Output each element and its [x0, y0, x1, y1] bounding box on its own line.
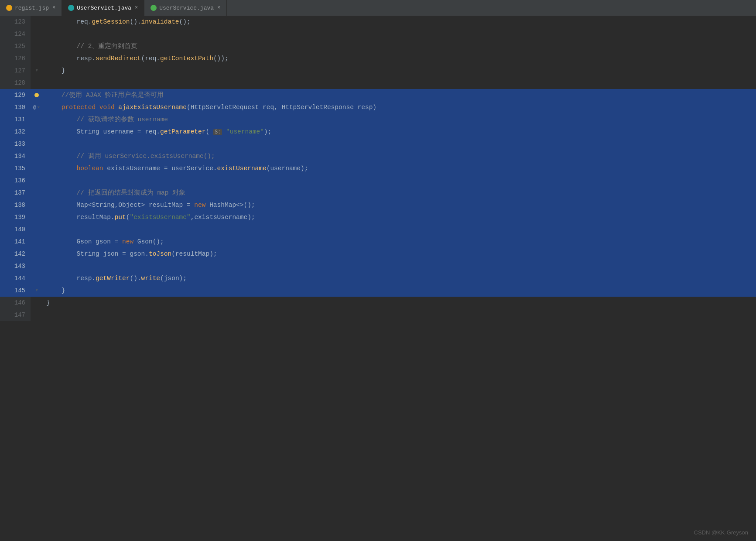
- line-row-selected: 131 // 获取请求的参数 username: [0, 113, 756, 126]
- gutter-icons: ▿: [31, 65, 43, 77]
- line-row-selected: 136: [0, 175, 756, 187]
- line-row-selected: 130 @ ▿ protected void ajaxExistsUsernam…: [0, 101, 756, 113]
- line-row: 124: [0, 28, 756, 40]
- gutter-icons: [31, 199, 43, 211]
- gutter-icons: [31, 28, 43, 40]
- line-code[interactable]: protected void ajaxExistsUsername(HttpSe…: [43, 101, 376, 113]
- line-row-selected: 135 boolean existsUsername = userService…: [0, 162, 756, 175]
- tab-regist[interactable]: regist.jsp ×: [0, 0, 62, 16]
- line-code[interactable]: [43, 309, 46, 321]
- line-code[interactable]: // 调用 userService.existsUsername();: [43, 150, 215, 162]
- line-code[interactable]: }: [43, 65, 65, 77]
- line-row-selected: 132 String username = req.getParameter( …: [0, 126, 756, 138]
- gutter-icons: [31, 236, 43, 248]
- line-code[interactable]: }: [43, 284, 65, 297]
- gutter-icons: [31, 150, 43, 162]
- gutter-icons: [31, 113, 43, 126]
- gutter-icons: [31, 89, 43, 101]
- line-number: 131: [0, 113, 31, 126]
- tab-label-userservice: UserService.java: [159, 5, 214, 11]
- line-code[interactable]: //使用 AJAX 验证用户名是否可用: [43, 89, 164, 101]
- close-icon-regist[interactable]: ×: [52, 5, 55, 11]
- gutter-icons: ▿: [31, 284, 43, 297]
- gutter-icons: [31, 138, 43, 150]
- line-row: 127 ▿ }: [0, 65, 756, 77]
- line-number: 145: [0, 284, 31, 297]
- line-number: 125: [0, 40, 31, 52]
- line-code[interactable]: }: [43, 297, 50, 309]
- line-row-selected: 138 Map<String,Object> resultMap = new H…: [0, 199, 756, 211]
- line-code[interactable]: req.getSession().invalidate();: [43, 16, 191, 28]
- editor-container: regist.jsp × UserServlet.java × UserServ…: [0, 0, 756, 541]
- line-code[interactable]: String username = req.getParameter( S: "…: [43, 126, 271, 138]
- line-code[interactable]: resultMap.put("existsUsername",existsUse…: [43, 211, 255, 223]
- line-number: 144: [0, 272, 31, 284]
- tab-bar: regist.jsp × UserServlet.java × UserServ…: [0, 0, 756, 16]
- line-row-selected: 140: [0, 223, 756, 236]
- line-code[interactable]: Map<String,Object> resultMap = new HashM…: [43, 199, 255, 211]
- tab-userservice[interactable]: UserService.java ×: [144, 0, 227, 16]
- line-row-selected: 142 String json = gson.toJson(resultMap)…: [0, 248, 756, 260]
- line-code[interactable]: [43, 138, 46, 150]
- line-number: 123: [0, 16, 31, 28]
- gutter-icons: [31, 248, 43, 260]
- line-number: 147: [0, 309, 31, 321]
- line-code[interactable]: // 2、重定向到首页: [43, 40, 137, 52]
- gutter-icons: [31, 175, 43, 187]
- line-row-selected: 144 resp.getWriter().write(json);: [0, 272, 756, 284]
- line-number: 135: [0, 162, 31, 175]
- line-row-selected: 129 //使用 AJAX 验证用户名是否可用: [0, 89, 756, 101]
- line-code[interactable]: [43, 223, 46, 236]
- fold-icon[interactable]: ▿: [35, 68, 38, 73]
- at-icon: @: [33, 105, 36, 110]
- line-row: 126 resp.sendRedirect(req.getContextPath…: [0, 52, 756, 65]
- line-number: 138: [0, 199, 31, 211]
- gutter-icons: [31, 272, 43, 284]
- gutter-icons: [31, 211, 43, 223]
- line-number: 128: [0, 77, 31, 89]
- code-area: 123 req.getSession().invalidate(); 124 1…: [0, 16, 756, 541]
- line-code[interactable]: resp.sendRedirect(req.getContextPath());: [43, 52, 229, 65]
- line-row: 147: [0, 309, 756, 321]
- line-number: 141: [0, 236, 31, 248]
- line-number: 134: [0, 150, 31, 162]
- line-code[interactable]: [43, 77, 46, 89]
- tab-userservlet[interactable]: UserServlet.java ×: [62, 0, 144, 16]
- line-number: 136: [0, 175, 31, 187]
- line-number: 132: [0, 126, 31, 138]
- line-code[interactable]: boolean existsUsername = userService.exi…: [43, 162, 308, 175]
- line-number: 129: [0, 89, 31, 101]
- line-number: 142: [0, 248, 31, 260]
- fold-icon[interactable]: ▿: [35, 288, 38, 293]
- gutter-icons: [31, 187, 43, 199]
- line-row: 123 req.getSession().invalidate();: [0, 16, 756, 28]
- line-code[interactable]: [43, 260, 46, 272]
- watermark: CSDN @KK-Greyson: [694, 529, 748, 536]
- line-number: 127: [0, 65, 31, 77]
- bookmark-icon: [34, 93, 39, 97]
- line-code[interactable]: // 获取请求的参数 username: [43, 113, 168, 126]
- close-icon-userservice[interactable]: ×: [217, 5, 220, 11]
- gutter-icons: [31, 40, 43, 52]
- line-code[interactable]: [43, 175, 46, 187]
- line-code[interactable]: // 把返回的结果封装成为 map 对象: [43, 187, 185, 199]
- line-number: 126: [0, 52, 31, 65]
- line-row-selected: 134 // 调用 userService.existsUsername();: [0, 150, 756, 162]
- line-row-selected: 141 Gson gson = new Gson();: [0, 236, 756, 248]
- gutter-icons: [31, 52, 43, 65]
- line-number: 137: [0, 187, 31, 199]
- line-number: 143: [0, 260, 31, 272]
- line-number: 139: [0, 211, 31, 223]
- line-code[interactable]: String json = gson.toJson(resultMap);: [43, 248, 217, 260]
- line-code[interactable]: [43, 28, 46, 40]
- line-row-selected: 143: [0, 260, 756, 272]
- line-row: 125 // 2、重定向到首页: [0, 40, 756, 52]
- line-code[interactable]: Gson gson = new Gson();: [43, 236, 164, 248]
- line-number: 146: [0, 297, 31, 309]
- fold-icon[interactable]: ▿: [37, 105, 40, 110]
- gutter-icons: [31, 309, 43, 321]
- close-icon-userservlet[interactable]: ×: [135, 5, 138, 11]
- line-code[interactable]: resp.getWriter().write(json);: [43, 272, 187, 284]
- gutter-icons: @ ▿: [31, 101, 43, 113]
- tab-label-regist: regist.jsp: [15, 5, 49, 11]
